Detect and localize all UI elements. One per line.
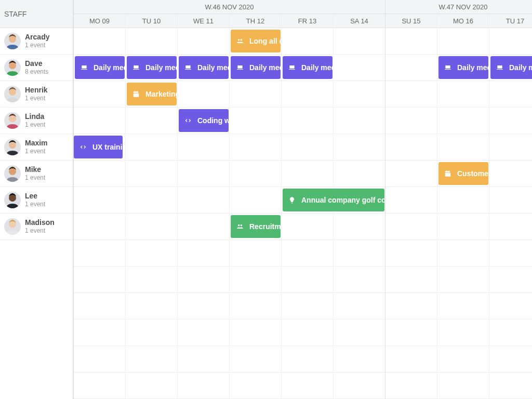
- timeline-cell[interactable]: [385, 267, 437, 293]
- timeline-cell[interactable]: [385, 108, 437, 134]
- timeline-cell[interactable]: [282, 214, 334, 240]
- event[interactable]: Daily meeting: [75, 56, 125, 79]
- timeline-cell[interactable]: [334, 373, 385, 399]
- week-header-cell[interactable]: W.47 NOV 2020: [385, 0, 532, 14]
- timeline-cell[interactable]: [282, 108, 334, 134]
- timeline-cell[interactable]: [334, 320, 385, 346]
- timeline-cell[interactable]: [230, 320, 282, 346]
- timeline-cell[interactable]: [437, 293, 489, 320]
- timeline-cell[interactable]: [126, 214, 178, 240]
- timeline-cell[interactable]: [489, 134, 532, 161]
- timeline-cell[interactable]: [282, 267, 334, 293]
- timeline-cell[interactable]: [334, 293, 385, 320]
- timeline-cell[interactable]: [178, 187, 230, 214]
- timeline-cell[interactable]: [437, 28, 489, 55]
- timeline-cell[interactable]: [282, 81, 334, 108]
- timeline-cell[interactable]: [334, 28, 385, 55]
- timeline-cell[interactable]: [282, 346, 334, 373]
- timeline-cell[interactable]: [230, 373, 282, 399]
- timeline-cell[interactable]: [74, 108, 126, 134]
- timeline-cell[interactable]: [74, 267, 126, 293]
- day-header-cell[interactable]: TH 12: [230, 14, 282, 28]
- week-header-cell[interactable]: W.46 NOV 2020: [74, 0, 385, 14]
- timeline-cell[interactable]: [178, 240, 230, 267]
- timeline-cell[interactable]: [230, 293, 282, 320]
- timeline-cell[interactable]: [74, 240, 126, 267]
- staff-row[interactable]: Lee 1 event: [0, 187, 73, 214]
- timeline-cell[interactable]: [334, 214, 385, 240]
- day-header-cell[interactable]: SA 14: [334, 14, 385, 28]
- event[interactable]: Coding work: [179, 109, 229, 132]
- timeline-cell[interactable]: [126, 28, 178, 55]
- timeline-cell[interactable]: [126, 240, 178, 267]
- timeline-cell[interactable]: [385, 293, 437, 320]
- timeline-cell[interactable]: [126, 108, 178, 134]
- timeline-cell[interactable]: [334, 161, 385, 187]
- staff-row[interactable]: Henrik 1 event: [0, 81, 73, 108]
- timeline-cell[interactable]: [334, 55, 385, 81]
- staff-row[interactable]: Maxim 1 event: [0, 134, 73, 161]
- event[interactable]: Long all day event: [231, 30, 281, 52]
- timeline-cell[interactable]: [489, 187, 532, 214]
- timeline-cell[interactable]: [489, 108, 532, 134]
- timeline-cell[interactable]: [282, 293, 334, 320]
- timeline-cell[interactable]: [74, 161, 126, 187]
- timeline-cell[interactable]: [74, 81, 126, 108]
- timeline-cell[interactable]: [334, 267, 385, 293]
- timeline-cell[interactable]: [385, 320, 437, 346]
- timeline-cell[interactable]: [489, 214, 532, 240]
- timeline-cell[interactable]: [74, 187, 126, 214]
- timeline-cell[interactable]: [74, 373, 126, 399]
- timeline-cell[interactable]: [126, 373, 178, 399]
- timeline-cell[interactable]: [489, 28, 532, 55]
- staff-row[interactable]: Dave 8 events: [0, 55, 73, 81]
- timeline-cell[interactable]: [178, 346, 230, 373]
- timeline-cell[interactable]: [437, 346, 489, 373]
- timeline-cell[interactable]: [230, 108, 282, 134]
- timeline-cell[interactable]: [126, 134, 178, 161]
- timeline-cell[interactable]: [385, 81, 437, 108]
- grid-body[interactable]: Long all day eventDaily meetingDaily mee…: [73, 28, 532, 399]
- timeline-cell[interactable]: [126, 187, 178, 214]
- timeline-cell[interactable]: [489, 240, 532, 267]
- timeline-cell[interactable]: [489, 81, 532, 108]
- timeline-cell[interactable]: [437, 81, 489, 108]
- staff-row[interactable]: Arcady 1 event: [0, 28, 73, 55]
- timeline-cell[interactable]: [489, 346, 532, 373]
- timeline-cell[interactable]: [178, 214, 230, 240]
- event[interactable]: Daily meeting: [231, 56, 281, 79]
- timeline-cell[interactable]: [334, 346, 385, 373]
- timeline-cell[interactable]: [126, 267, 178, 293]
- timeline-cell[interactable]: [385, 214, 437, 240]
- timeline-cell[interactable]: [178, 161, 230, 187]
- event[interactable]: Marketing: [127, 83, 177, 105]
- timeline-cell[interactable]: [230, 161, 282, 187]
- timeline-cell[interactable]: [230, 81, 282, 108]
- timeline-cell[interactable]: [489, 267, 532, 293]
- timeline-cell[interactable]: [282, 320, 334, 346]
- timeline-cell[interactable]: [385, 134, 437, 161]
- timeline-cell[interactable]: [230, 187, 282, 214]
- event[interactable]: Customer: [438, 162, 488, 185]
- timeline-cell[interactable]: [334, 240, 385, 267]
- event[interactable]: Recruitment: [231, 215, 281, 238]
- timeline-cell[interactable]: [489, 161, 532, 187]
- timeline-cell[interactable]: [437, 240, 489, 267]
- timeline-cell[interactable]: [282, 240, 334, 267]
- staff-row[interactable]: Linda 1 event: [0, 108, 73, 134]
- timeline-cell[interactable]: [437, 134, 489, 161]
- staff-row[interactable]: Mike 1 event: [0, 161, 73, 187]
- timeline-cell[interactable]: [282, 28, 334, 55]
- timeline-cell[interactable]: [437, 214, 489, 240]
- event[interactable]: Daily meeting: [283, 56, 332, 79]
- timeline-cell[interactable]: [437, 267, 489, 293]
- timeline-cell[interactable]: [437, 320, 489, 346]
- day-header-cell[interactable]: TU 17: [489, 14, 532, 28]
- timeline-cell[interactable]: [126, 293, 178, 320]
- timeline-cell[interactable]: [230, 240, 282, 267]
- timeline-cell[interactable]: [437, 108, 489, 134]
- timeline-cell[interactable]: [126, 320, 178, 346]
- timeline-cell[interactable]: [489, 320, 532, 346]
- event[interactable]: Daily meeting: [490, 56, 532, 79]
- timeline-cell[interactable]: [385, 55, 437, 81]
